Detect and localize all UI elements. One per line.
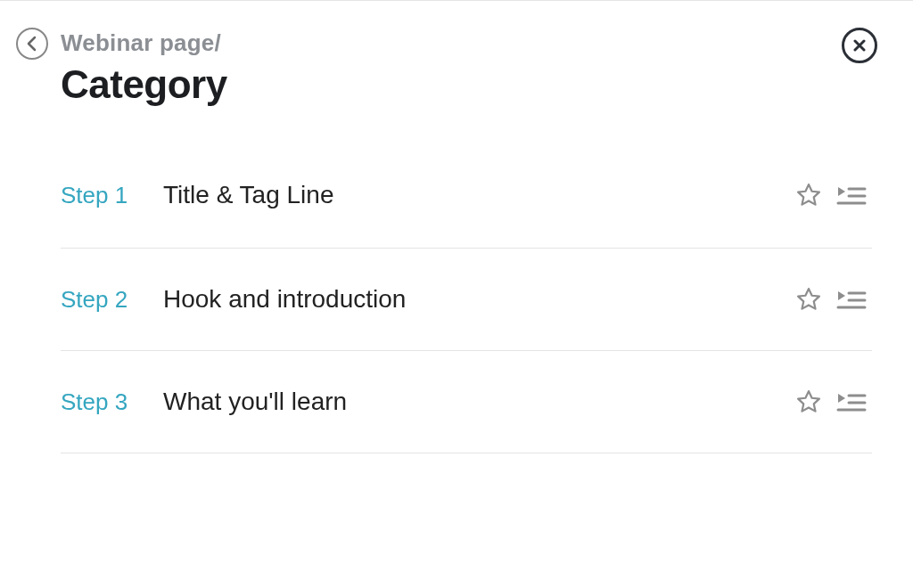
play-list-icon: [836, 184, 867, 207]
steps-list: Step 1 Title & Tag Line: [61, 180, 872, 453]
step-row[interactable]: Step 3 What you'll learn: [61, 351, 872, 453]
close-button[interactable]: [842, 28, 877, 63]
step-title: Title & Tag Line: [163, 181, 794, 209]
play-list-icon: [836, 390, 867, 413]
step-label: Step 1: [61, 182, 163, 209]
chevron-left-icon: [26, 36, 38, 52]
favorite-button[interactable]: [794, 180, 824, 210]
step-label: Step 3: [61, 388, 163, 416]
favorite-button[interactable]: [794, 387, 824, 417]
page-header: Webinar page/ Category: [61, 29, 872, 107]
step-actions: [794, 284, 872, 314]
close-icon: [853, 39, 866, 52]
back-button[interactable]: [16, 28, 48, 60]
step-actions: [794, 180, 872, 210]
step-row[interactable]: Step 2 Hook and introduction: [61, 249, 872, 351]
breadcrumb: Webinar page/: [61, 29, 872, 57]
step-title: Hook and introduction: [163, 285, 794, 314]
star-icon: [795, 182, 822, 208]
star-icon: [795, 286, 822, 313]
play-list-icon: [836, 288, 867, 311]
step-label: Step 2: [61, 286, 163, 314]
step-row[interactable]: Step 1 Title & Tag Line: [61, 180, 872, 249]
steps-menu-button[interactable]: [836, 284, 867, 314]
favorite-button[interactable]: [794, 284, 824, 314]
steps-menu-button[interactable]: [836, 180, 867, 210]
steps-menu-button[interactable]: [836, 387, 867, 417]
step-title: What you'll learn: [163, 388, 794, 416]
step-actions: [794, 387, 872, 417]
star-icon: [795, 388, 822, 415]
page-title: Category: [61, 62, 872, 107]
